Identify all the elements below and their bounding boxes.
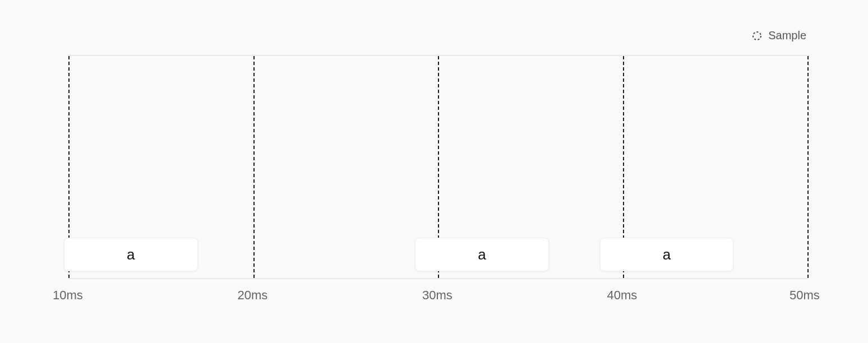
- axis-tick-label: 10ms: [53, 288, 83, 303]
- axis-tick-label: 20ms: [238, 288, 268, 303]
- axis-tick-label: 30ms: [422, 288, 453, 303]
- sample-event[interactable]: a: [64, 238, 198, 271]
- timeline-chart: 10ms20ms30ms40ms50msaaa: [68, 55, 807, 279]
- gridline: [253, 56, 255, 278]
- svg-point-0: [753, 32, 761, 40]
- gridline: [807, 56, 809, 278]
- axis-tick-label: 40ms: [607, 288, 638, 303]
- sample-event[interactable]: a: [415, 238, 549, 271]
- legend-label: Sample: [768, 29, 806, 42]
- axis-tick-label: 50ms: [789, 288, 820, 303]
- legend: Sample: [751, 29, 806, 42]
- dashed-circle-icon: [751, 30, 763, 41]
- sample-event[interactable]: a: [600, 238, 734, 271]
